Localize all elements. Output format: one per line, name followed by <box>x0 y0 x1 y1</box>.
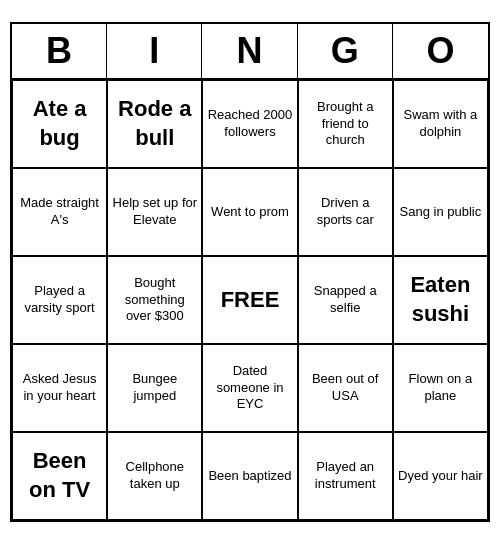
bingo-cell-0[interactable]: Ate a bug <box>12 80 107 168</box>
bingo-cell-4[interactable]: Swam with a dolphin <box>393 80 488 168</box>
bingo-grid: Ate a bugRode a bullReached 2000 followe… <box>12 80 488 520</box>
header-letter-i: I <box>107 24 202 78</box>
bingo-cell-22[interactable]: Been baptized <box>202 432 297 520</box>
header-letter-o: O <box>393 24 488 78</box>
header-letter-b: B <box>12 24 107 78</box>
bingo-cell-13[interactable]: Snapped a selfie <box>298 256 393 344</box>
bingo-cell-7[interactable]: Went to prom <box>202 168 297 256</box>
bingo-cell-15[interactable]: Asked Jesus in your heart <box>12 344 107 432</box>
bingo-cell-14[interactable]: Eaten sushi <box>393 256 488 344</box>
bingo-cell-1[interactable]: Rode a bull <box>107 80 202 168</box>
bingo-cell-17[interactable]: Dated someone in EYC <box>202 344 297 432</box>
bingo-cell-9[interactable]: Sang in public <box>393 168 488 256</box>
bingo-cell-10[interactable]: Played a varsity sport <box>12 256 107 344</box>
bingo-cell-21[interactable]: Cellphone taken up <box>107 432 202 520</box>
bingo-card: BINGO Ate a bugRode a bullReached 2000 f… <box>10 22 490 522</box>
bingo-cell-5[interactable]: Made straight A's <box>12 168 107 256</box>
bingo-cell-2[interactable]: Reached 2000 followers <box>202 80 297 168</box>
bingo-cell-11[interactable]: Bought something over $300 <box>107 256 202 344</box>
bingo-cell-23[interactable]: Played an instrument <box>298 432 393 520</box>
bingo-cell-19[interactable]: Flown on a plane <box>393 344 488 432</box>
bingo-cell-16[interactable]: Bungee jumped <box>107 344 202 432</box>
bingo-cell-3[interactable]: Brought a friend to church <box>298 80 393 168</box>
header-letter-n: N <box>202 24 297 78</box>
bingo-header: BINGO <box>12 24 488 80</box>
header-letter-g: G <box>298 24 393 78</box>
bingo-cell-12[interactable]: FREE <box>202 256 297 344</box>
bingo-cell-24[interactable]: Dyed your hair <box>393 432 488 520</box>
bingo-cell-6[interactable]: Help set up for Elevate <box>107 168 202 256</box>
bingo-cell-8[interactable]: Driven a sports car <box>298 168 393 256</box>
bingo-cell-20[interactable]: Been on TV <box>12 432 107 520</box>
bingo-cell-18[interactable]: Been out of USA <box>298 344 393 432</box>
